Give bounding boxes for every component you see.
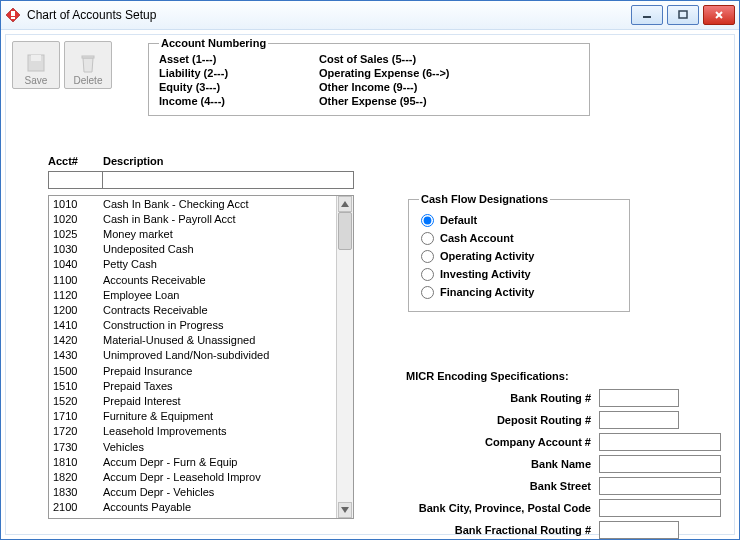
chart-of-accounts-window: Chart of Accounts Setup Save Delete Acco… xyxy=(0,0,740,540)
scroll-track[interactable] xyxy=(338,212,352,502)
table-row[interactable]: 1820Accum Depr - Leasehold Improv xyxy=(49,469,336,484)
maximize-button[interactable] xyxy=(667,5,699,25)
micr-label: Deposit Routing # xyxy=(374,414,599,426)
numbering-item: Other Expense (95--) xyxy=(319,95,509,107)
micr-label: Company Account # xyxy=(374,436,599,448)
scroll-thumb[interactable] xyxy=(338,212,352,250)
table-row[interactable]: 1020Cash in Bank - Payroll Acct xyxy=(49,211,336,226)
table-row[interactable]: 2500FICA Tax Payable xyxy=(49,515,336,518)
micr-input[interactable] xyxy=(599,389,679,407)
svg-rect-8 xyxy=(31,55,41,61)
row-acct: 2100 xyxy=(53,501,103,513)
description-input[interactable] xyxy=(102,171,354,189)
micr-label: Bank Street xyxy=(374,480,599,492)
svg-rect-9 xyxy=(82,56,94,58)
table-row[interactable]: 1810Accum Depr - Furn & Equip xyxy=(49,454,336,469)
table-row[interactable]: 1830Accum Depr - Vehicles xyxy=(49,485,336,500)
table-row[interactable]: 1430Unimproved Land/Non-subdivided xyxy=(49,348,336,363)
table-row[interactable]: 1420Material-Unused & Unassigned xyxy=(49,333,336,348)
row-desc: Prepaid Interest xyxy=(103,395,336,407)
cashflow-option[interactable]: Default xyxy=(419,211,619,229)
numbering-item: Equity (3---) xyxy=(159,81,309,93)
table-row[interactable]: 2100Accounts Payable xyxy=(49,500,336,515)
row-desc: Vehicles xyxy=(103,441,336,453)
micr-input[interactable] xyxy=(599,477,721,495)
row-desc: Undeposited Cash xyxy=(103,243,336,255)
svg-rect-2 xyxy=(11,17,15,19)
table-row[interactable]: 1410Construction in Progress xyxy=(49,318,336,333)
titlebar: Chart of Accounts Setup xyxy=(1,1,739,30)
row-desc: Accounts Receivable xyxy=(103,274,336,286)
accounts-list[interactable]: 1010Cash In Bank - Checking Acct1020Cash… xyxy=(49,196,336,518)
micr-input[interactable] xyxy=(599,521,679,539)
numbering-item: Asset (1---) xyxy=(159,53,309,65)
cashflow-radio[interactable] xyxy=(421,250,434,263)
row-acct: 1010 xyxy=(53,198,103,210)
table-row[interactable]: 1520Prepaid Interest xyxy=(49,393,336,408)
row-desc: FICA Tax Payable xyxy=(103,517,336,518)
micr-input[interactable] xyxy=(599,411,679,429)
cashflow-option[interactable]: Investing Activity xyxy=(419,265,619,283)
cashflow-option[interactable]: Cash Account xyxy=(419,229,619,247)
table-row[interactable]: 1025Money market xyxy=(49,226,336,241)
micr-label: Bank Routing # xyxy=(374,392,599,404)
cashflow-radio[interactable] xyxy=(421,286,434,299)
cashflow-option[interactable]: Financing Activity xyxy=(419,283,619,301)
row-desc: Contracts Receivable xyxy=(103,304,336,316)
cashflow-label: Operating Activity xyxy=(440,250,534,262)
micr-input[interactable] xyxy=(599,433,721,451)
row-acct: 1020 xyxy=(53,213,103,225)
row-acct: 1120 xyxy=(53,289,103,301)
delete-button[interactable]: Delete xyxy=(64,41,112,89)
row-desc: Accounts Payable xyxy=(103,501,336,513)
table-row[interactable]: 1710Furniture & Equipment xyxy=(49,409,336,424)
table-row[interactable]: 1720Leasehold Improvements xyxy=(49,424,336,439)
micr-label: Bank Name xyxy=(374,458,599,470)
row-acct: 1200 xyxy=(53,304,103,316)
row-desc: Employee Loan xyxy=(103,289,336,301)
row-desc: Construction in Progress xyxy=(103,319,336,331)
micr-label: Bank City, Province, Postal Code xyxy=(374,502,599,514)
row-desc: Accum Depr - Vehicles xyxy=(103,486,336,498)
row-acct: 1810 xyxy=(53,456,103,468)
list-headers: Acct# Description xyxy=(48,155,343,167)
scroll-down-button[interactable] xyxy=(338,502,352,518)
save-button[interactable]: Save xyxy=(12,41,60,89)
table-row[interactable]: 1040Petty Cash xyxy=(49,257,336,272)
micr-input[interactable] xyxy=(599,499,721,517)
table-row[interactable]: 1510Prepaid Taxes xyxy=(49,378,336,393)
table-row[interactable]: 1120Employee Loan xyxy=(49,287,336,302)
table-row[interactable]: 1100Accounts Receivable xyxy=(49,272,336,287)
scroll-up-button[interactable] xyxy=(338,196,352,212)
acct-input[interactable] xyxy=(48,171,103,189)
cashflow-radio[interactable] xyxy=(421,268,434,281)
table-row[interactable]: 1030Undeposited Cash xyxy=(49,242,336,257)
svg-rect-1 xyxy=(11,11,15,16)
cashflow-option[interactable]: Operating Activity xyxy=(419,247,619,265)
account-numbering-group: Account Numbering Asset (1---) Cost of S… xyxy=(148,37,590,116)
table-row[interactable]: 1500Prepaid Insurance xyxy=(49,363,336,378)
close-button[interactable] xyxy=(703,5,735,25)
micr-heading: MICR Encoding Specifications: xyxy=(406,370,569,382)
row-desc: Furniture & Equipment xyxy=(103,410,336,422)
row-acct: 1830 xyxy=(53,486,103,498)
micr-grid: Bank Routing #Deposit Routing #Company A… xyxy=(374,389,724,539)
table-row[interactable]: 1730Vehicles xyxy=(49,439,336,454)
row-desc: Accum Depr - Leasehold Improv xyxy=(103,471,336,483)
table-row[interactable]: 1200Contracts Receivable xyxy=(49,302,336,317)
accounts-listbox[interactable]: 1010Cash In Bank - Checking Acct1020Cash… xyxy=(48,195,354,519)
row-acct: 1430 xyxy=(53,349,103,361)
cashflow-radio[interactable] xyxy=(421,232,434,245)
row-acct: 1510 xyxy=(53,380,103,392)
micr-input[interactable] xyxy=(599,455,721,473)
cashflow-label: Financing Activity xyxy=(440,286,534,298)
numbering-item: Income (4---) xyxy=(159,95,309,107)
row-acct: 1520 xyxy=(53,395,103,407)
scrollbar[interactable] xyxy=(336,196,353,518)
cashflow-label: Default xyxy=(440,214,477,226)
table-row[interactable]: 1010Cash In Bank - Checking Acct xyxy=(49,196,336,211)
minimize-button[interactable] xyxy=(631,5,663,25)
cashflow-radio[interactable] xyxy=(421,214,434,227)
svg-marker-10 xyxy=(341,201,349,207)
numbering-legend: Account Numbering xyxy=(159,37,268,49)
